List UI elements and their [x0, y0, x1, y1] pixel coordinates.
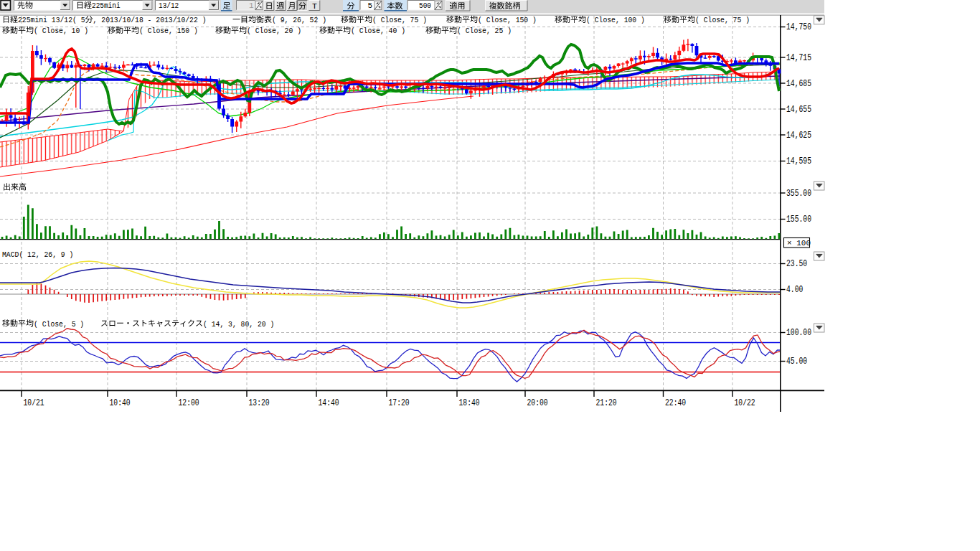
svg-text:5: 5 [368, 1, 373, 10]
svg-text:225mini: 225mini [92, 1, 121, 10]
svg-text:14:40: 14:40 [319, 398, 339, 408]
svg-text:14,685: 14,685 [786, 79, 811, 89]
svg-text:( Close, 25 ): ( Close, 25 ) [457, 27, 512, 35]
svg-text:4.00: 4.00 [786, 285, 803, 295]
svg-text:14,595: 14,595 [786, 156, 811, 166]
svg-text:, 2013/10/18 - 2013/10/22 ): , 2013/10/18 - 2013/10/22 ) [93, 16, 207, 24]
svg-text:( Close, 150 ): ( Close, 150 ) [478, 16, 537, 24]
svg-text:( Close, 100 ): ( Close, 100 ) [586, 16, 645, 24]
svg-text:( 9, 26, 52 ): ( 9, 26, 52 ) [272, 16, 326, 24]
svg-text:355.00: 355.00 [786, 189, 811, 199]
svg-text:14,715: 14,715 [786, 53, 811, 63]
svg-text:( Close, 75 ): ( Close, 75 ) [372, 16, 427, 24]
svg-text:10/22: 10/22 [735, 398, 755, 408]
svg-text:14,655: 14,655 [786, 105, 811, 115]
svg-text:( 14, 3, 80, 20 ): ( 14, 3, 80, 20 ) [203, 320, 274, 329]
svg-text:23.50: 23.50 [786, 259, 807, 269]
svg-text:10/21: 10/21 [24, 398, 44, 408]
svg-text:21:20: 21:20 [596, 398, 617, 408]
svg-text:225mini 13/12( 5: 225mini 13/12( 5 [18, 16, 85, 24]
svg-text:14,625: 14,625 [786, 131, 811, 141]
svg-text:155.00: 155.00 [786, 215, 811, 225]
svg-text:22:40: 22:40 [665, 398, 686, 408]
svg-text:× 100: × 100 [787, 239, 811, 248]
svg-text:10:40: 10:40 [110, 398, 131, 408]
svg-text:17:20: 17:20 [389, 398, 410, 408]
svg-text:45.00: 45.00 [786, 357, 807, 367]
svg-text:( Close, 10 ): ( Close, 10 ) [34, 27, 88, 35]
svg-text:14,750: 14,750 [786, 22, 811, 32]
svg-text:20:00: 20:00 [527, 398, 548, 408]
svg-text:( Close, 5 ): ( Close, 5 ) [34, 320, 84, 329]
svg-text:MACD( 12, 26, 9 ): MACD( 12, 26, 9 ) [2, 250, 73, 259]
svg-text:100.00: 100.00 [786, 328, 811, 338]
svg-text:( Close, 20 ): ( Close, 20 ) [247, 27, 301, 35]
svg-text:( Close, 40 ): ( Close, 40 ) [351, 27, 405, 35]
svg-text:18:40: 18:40 [459, 398, 480, 408]
svg-text:13/12: 13/12 [159, 1, 179, 10]
svg-text:T: T [312, 1, 317, 11]
svg-text:12:00: 12:00 [179, 398, 199, 408]
svg-text:1: 1 [249, 1, 254, 10]
svg-text:( Close, 150 ): ( Close, 150 ) [139, 27, 198, 35]
svg-text:500: 500 [419, 1, 431, 10]
svg-text:( Close, 75 ): ( Close, 75 ) [695, 16, 750, 24]
svg-text:13:20: 13:20 [249, 398, 270, 408]
